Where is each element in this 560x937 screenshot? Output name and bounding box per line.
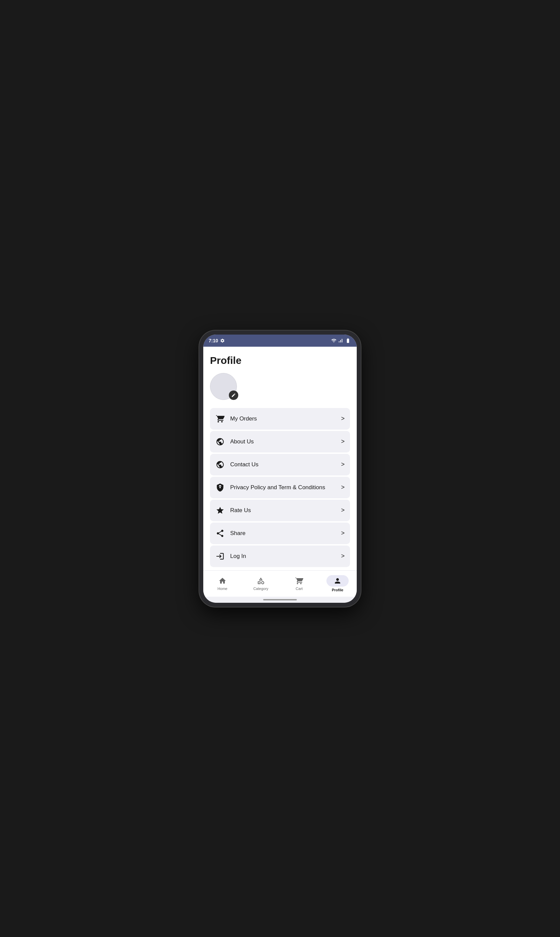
globe-icon: [215, 437, 225, 446]
nav-item-cart[interactable]: Cart: [280, 574, 318, 593]
home-nav-icon: [218, 576, 227, 585]
menu-item-about-us[interactable]: About Us >: [210, 431, 350, 452]
menu-list: My Orders > About Us > Contact Us: [210, 408, 350, 567]
login-icon: [215, 551, 225, 561]
about-us-label: About Us: [230, 438, 335, 445]
edit-icon: [231, 393, 236, 398]
category-nav-label: Category: [254, 587, 269, 591]
chevron-right-icon: >: [341, 553, 345, 560]
edit-avatar-button[interactable]: [229, 391, 238, 400]
menu-item-my-orders[interactable]: My Orders >: [210, 408, 350, 429]
home-bar: [263, 599, 297, 600]
my-orders-label: My Orders: [230, 415, 335, 422]
cart-icon: [215, 414, 225, 423]
nav-item-home[interactable]: Home: [203, 574, 242, 593]
profile-nav-label: Profile: [332, 588, 343, 592]
menu-item-privacy-policy[interactable]: Privacy Policy and Term & Conditions >: [210, 477, 350, 498]
phone-inner: 7:10: [203, 335, 357, 603]
share-label: Share: [230, 530, 335, 537]
nav-item-profile[interactable]: Profile: [318, 573, 357, 595]
star-icon: [215, 506, 225, 515]
status-icons: [331, 338, 351, 343]
cart-nav-icon: [295, 576, 303, 585]
home-indicator: [203, 597, 357, 603]
login-label: Log In: [230, 553, 335, 560]
share-icon: [215, 529, 225, 538]
nav-item-category[interactable]: Category: [242, 574, 280, 593]
contact-us-label: Contact Us: [230, 461, 335, 468]
chevron-right-icon: >: [341, 529, 345, 537]
status-bar: 7:10: [203, 335, 357, 347]
chevron-right-icon: >: [341, 507, 345, 514]
chevron-right-icon: >: [341, 415, 345, 422]
home-nav-label: Home: [217, 587, 227, 591]
phone-shell: 7:10: [199, 330, 361, 607]
menu-item-login[interactable]: Log In >: [210, 545, 350, 567]
chevron-right-icon: >: [341, 461, 345, 468]
status-time: 7:10: [209, 338, 225, 343]
signal-icon: [338, 338, 343, 343]
time-display: 7:10: [209, 338, 218, 343]
chevron-right-icon: >: [341, 438, 345, 445]
menu-item-contact-us[interactable]: Contact Us >: [210, 454, 350, 475]
menu-item-rate-us[interactable]: Rate Us >: [210, 500, 350, 521]
chevron-right-icon: >: [341, 484, 345, 491]
page-title: Profile: [210, 355, 350, 366]
bottom-nav: Home Category Cart P: [203, 570, 357, 597]
category-nav-icon: [257, 576, 265, 585]
profile-nav-icon: [333, 576, 342, 585]
menu-item-share[interactable]: Share >: [210, 523, 350, 544]
globe2-icon: [215, 460, 225, 469]
rate-us-label: Rate Us: [230, 507, 335, 514]
main-content: Profile My Orders >: [203, 347, 357, 570]
battery-icon: [345, 338, 351, 343]
wifi-icon: [331, 338, 337, 343]
avatar-section: [210, 373, 237, 400]
settings-icon: [220, 338, 225, 343]
privacy-policy-label: Privacy Policy and Term & Conditions: [230, 484, 335, 491]
shield-icon: [215, 483, 225, 492]
cart-nav-label: Cart: [296, 587, 303, 591]
